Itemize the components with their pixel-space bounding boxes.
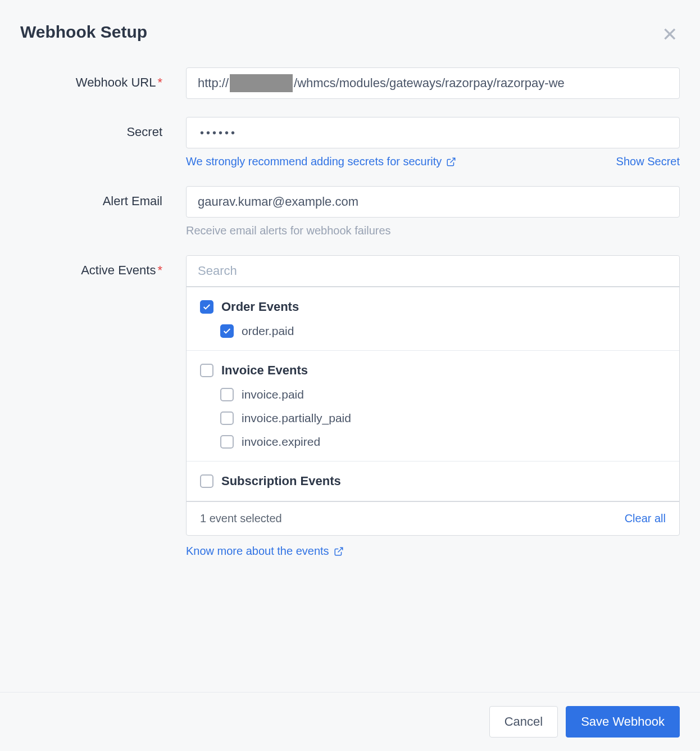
- events-list: Order Events order.paid: [187, 287, 679, 501]
- external-link-icon: [334, 546, 344, 557]
- event-group-order: Order Events order.paid: [187, 287, 679, 351]
- field-row-alert-email: Alert Email Receive email alerts for web…: [20, 186, 680, 237]
- close-icon: ✕: [662, 24, 678, 45]
- secret-input[interactable]: ••••••: [186, 117, 680, 148]
- webhook-url-input[interactable]: http:// /whmcs/modules/gateways/razorpay…: [186, 67, 680, 99]
- clear-all-link[interactable]: Clear all: [625, 512, 666, 525]
- event-group-title: Subscription Events: [221, 474, 341, 488]
- url-redacted-block: [230, 74, 293, 92]
- required-indicator: *: [157, 75, 162, 89]
- secret-field: •••••• We strongly recommend adding secr…: [186, 117, 680, 168]
- event-item-invoice-expired[interactable]: invoice.expired: [200, 435, 666, 449]
- checkbox-order-events[interactable]: [200, 300, 213, 314]
- event-group-header[interactable]: Order Events: [200, 300, 666, 314]
- checkbox-invoice-partially-paid[interactable]: [220, 411, 234, 425]
- event-group-header[interactable]: Subscription Events: [200, 474, 666, 488]
- field-row-webhook-url: Webhook URL* http:// /whmcs/modules/gate…: [20, 67, 680, 99]
- know-more-row: Know more about the events: [186, 545, 680, 558]
- event-group-title: Invoice Events: [221, 363, 308, 378]
- url-prefix: http://: [198, 76, 229, 91]
- checkbox-invoice-paid[interactable]: [220, 388, 234, 401]
- events-footer: 1 event selected Clear all: [187, 501, 679, 535]
- checkbox-invoice-expired[interactable]: [220, 435, 234, 449]
- alert-email-field: Receive email alerts for webhook failure…: [186, 186, 680, 237]
- close-button[interactable]: ✕: [660, 22, 680, 46]
- alert-email-label: Alert Email: [20, 186, 186, 209]
- checkbox-order-paid[interactable]: [220, 324, 234, 338]
- save-webhook-button[interactable]: Save Webhook: [566, 706, 680, 738]
- webhook-url-field: http:// /whmcs/modules/gateways/razorpay…: [186, 67, 680, 99]
- alert-email-helper: Receive email alerts for webhook failure…: [186, 224, 680, 237]
- modal-title: Webhook Setup: [20, 22, 147, 42]
- required-indicator: *: [157, 263, 162, 277]
- event-group-header[interactable]: Invoice Events: [200, 363, 666, 378]
- webhook-url-label: Webhook URL*: [20, 67, 186, 90]
- modal-header: Webhook Setup ✕: [20, 22, 680, 46]
- modal-footer: Cancel Save Webhook: [0, 692, 700, 751]
- alert-email-input[interactable]: [186, 186, 680, 218]
- svg-line-0: [451, 158, 455, 162]
- events-search-input[interactable]: [187, 256, 679, 287]
- event-item-order-paid[interactable]: order.paid: [200, 324, 666, 338]
- secret-label: Secret: [20, 117, 186, 139]
- events-box: Order Events order.paid: [186, 255, 680, 536]
- event-item-invoice-paid[interactable]: invoice.paid: [200, 388, 666, 401]
- secret-helper-row: We strongly recommend adding secrets for…: [186, 155, 680, 168]
- active-events-label: Active Events*: [20, 255, 186, 278]
- field-row-secret: Secret •••••• We strongly recommend addi…: [20, 117, 680, 168]
- field-row-active-events: Active Events* Order Events: [20, 255, 680, 558]
- webhook-setup-modal: Webhook Setup ✕ Webhook URL* http:// /wh…: [0, 0, 700, 558]
- cancel-button[interactable]: Cancel: [489, 706, 558, 738]
- checkbox-invoice-events[interactable]: [200, 364, 213, 377]
- show-secret-toggle[interactable]: Show Secret: [616, 155, 680, 168]
- checkbox-subscription-events[interactable]: [200, 474, 213, 488]
- event-item-invoice-partially-paid[interactable]: invoice.partially_paid: [200, 411, 666, 425]
- secret-recommend-link[interactable]: We strongly recommend adding secrets for…: [186, 155, 456, 168]
- svg-line-1: [338, 548, 342, 552]
- external-link-icon: [446, 157, 456, 167]
- url-suffix: /whmcs/modules/gateways/razorpay/razorpa…: [294, 76, 565, 91]
- event-group-invoice: Invoice Events invoice.paid: [187, 351, 679, 462]
- event-group-title: Order Events: [221, 300, 299, 314]
- events-selected-count: 1 event selected: [200, 512, 282, 525]
- know-more-link[interactable]: Know more about the events: [186, 545, 344, 558]
- event-group-subscription: Subscription Events: [187, 462, 679, 501]
- active-events-field: Order Events order.paid: [186, 255, 680, 558]
